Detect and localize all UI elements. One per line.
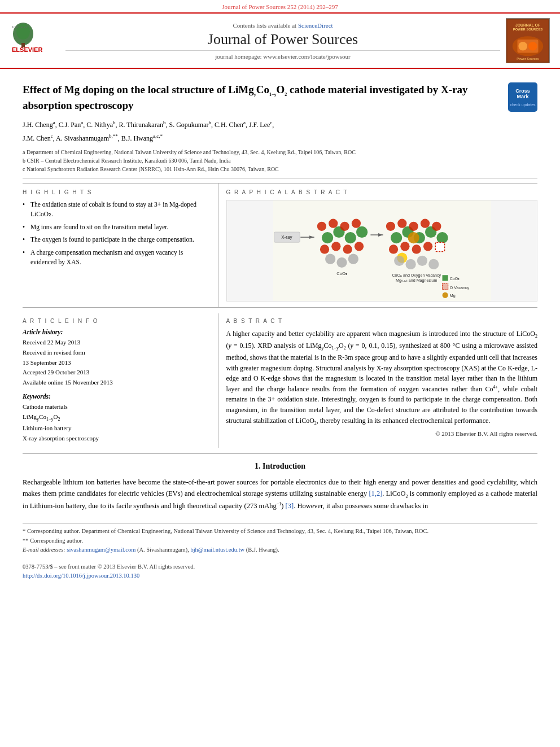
svg-point-24 [321, 232, 333, 243]
elsevier-logo: ELSEVIER Journal of [9, 23, 60, 59]
svg-rect-64 [442, 276, 448, 281]
svg-text:Mark: Mark [517, 94, 529, 99]
copyright-line: © 2013 Elsevier B.V. All rights reserved… [226, 430, 537, 437]
svg-point-46 [386, 222, 395, 231]
bottom-info-section: 0378-7753/$ – see front matter © 2013 El… [23, 562, 537, 580]
highlight-item-4: A charge compensation mechanism and oxyg… [23, 248, 211, 267]
affiliation-a: a Department of Chemical Engineering, Na… [23, 148, 537, 156]
svg-text:X-ray: X-ray [281, 235, 292, 241]
svg-text:Cross: Cross [515, 88, 530, 94]
svg-point-53 [412, 245, 421, 254]
svg-point-29 [329, 219, 338, 228]
svg-text:POWER SOURCES: POWER SOURCES [513, 28, 543, 31]
ref-3-link[interactable]: [3] [286, 502, 294, 510]
journal-title-header: Journal of Power Sources [65, 31, 500, 48]
journal-cover-image: JOURNAL OF POWER SOURCES Power Sources [506, 18, 551, 63]
keywords-list: Cathode materials LiMgyCo1−yO2 Lithium-i… [23, 402, 211, 443]
doi-link[interactable]: http://dx.doi.org/10.1016/j.jpowsour.201… [23, 573, 139, 579]
footnote-area: * Corresponding author. Department of Ch… [23, 523, 537, 554]
svg-point-37 [336, 257, 347, 268]
svg-point-60 [428, 259, 439, 269]
footnote-emails: E-mail addresses: sivashanmugam@ymail.co… [23, 545, 537, 554]
svg-point-55 [408, 232, 419, 243]
footnote-double-star: ** Corresponding author. [23, 536, 537, 545]
article-title: Effect of Mg doping on the local structu… [23, 82, 501, 112]
affiliations-section: a Department of Chemical Engineering, Na… [23, 148, 537, 178]
svg-point-59 [417, 256, 427, 266]
article-history-items: Received 22 May 2013 Received in revised… [23, 338, 211, 387]
email-2-link[interactable]: bjh@mail.ntust.edu.tw [190, 547, 244, 553]
affiliation-c: c National Synchrotron Radiation Researc… [23, 165, 537, 173]
article-info-label: A R T I C L E I N F O [23, 318, 211, 324]
abstract-text: A higher capacity and better cyclability… [226, 329, 537, 427]
paper-body: Effect of Mg doping on the local structu… [0, 69, 560, 592]
svg-point-26 [344, 232, 356, 243]
svg-point-50 [432, 222, 441, 231]
svg-text:CoO₂ and Oxygen Vacancy: CoO₂ and Oxygen Vacancy [392, 274, 441, 278]
svg-point-28 [317, 222, 326, 231]
svg-rect-66 [442, 284, 448, 290]
sciencedirect-link[interactable]: ScienceDirect [298, 22, 333, 29]
svg-rect-61 [435, 243, 444, 252]
svg-point-31 [351, 219, 360, 228]
svg-point-13 [528, 42, 537, 51]
svg-point-12 [518, 42, 527, 51]
svg-text:CoO₂: CoO₂ [449, 277, 460, 282]
svg-text:Power Sources: Power Sources [517, 57, 539, 60]
highlight-item-2: Mg ions are found to sit on the transiti… [23, 222, 211, 232]
svg-point-36 [325, 254, 335, 264]
svg-point-32 [320, 245, 329, 254]
introduction-text: Rechargeable lithium ion batteries have … [23, 477, 537, 512]
doi-link-container: http://dx.doi.org/10.1016/j.jpowsour.201… [23, 571, 537, 580]
contents-line: Contents lists available at ScienceDirec… [65, 22, 500, 29]
ref-1-2-link[interactable]: [1,2] [369, 490, 382, 497]
abstract-label: A B S T R A C T [226, 318, 537, 324]
header-center: Contents lists available at ScienceDirec… [65, 22, 500, 60]
highlights-list: The oxidation state of cobalt is found t… [23, 200, 211, 267]
svg-point-35 [354, 242, 363, 251]
svg-text:CoO₂: CoO₂ [336, 272, 347, 277]
keyword-3: Lithium-ion battery [23, 423, 211, 434]
accepted-date: Accepted 29 October 2013 [23, 368, 211, 378]
svg-point-57 [394, 256, 404, 266]
journal-reference-bar: Journal of Power Sources 252 (2014) 292–… [0, 0, 560, 12]
svg-point-41 [391, 232, 402, 243]
svg-point-30 [340, 222, 349, 231]
keyword-4: X-ray absorption spectroscopy [23, 434, 211, 444]
affiliation-b: b CSIR – Central Electrochemical Researc… [23, 156, 537, 165]
received-revised-date: 13 September 2013 [23, 358, 211, 368]
journal-ref-text: Journal of Power Sources 252 (2014) 292–… [222, 3, 338, 10]
available-date: Available online 15 November 2013 [23, 378, 211, 388]
svg-rect-3 [21, 43, 25, 47]
keyword-1: Cathode materials [23, 402, 211, 412]
svg-point-47 [397, 219, 406, 228]
svg-text:Mg₀.₁₅ and Magnesium: Mg₀.₁₅ and Magnesium [396, 279, 437, 283]
svg-text:Mg: Mg [449, 294, 455, 298]
graphical-abstract-image: X-ray [226, 200, 537, 302]
svg-point-51 [388, 245, 397, 254]
article-info-abstract-section: A R T I C L E I N F O Article history: R… [23, 313, 537, 448]
footnote-star: * Corresponding author. Department of Ch… [23, 527, 537, 536]
introduction-heading: 1. Introduction [23, 462, 537, 471]
svg-text:Journal of: Journal of [12, 25, 28, 29]
highlights-label: H I G H L I G H T S [23, 189, 211, 195]
svg-point-54 [423, 242, 432, 251]
svg-point-34 [343, 245, 352, 254]
abstract-column: A B S T R A C T A higher capacity and be… [218, 313, 537, 448]
svg-text:ELSEVIER: ELSEVIER [12, 46, 42, 53]
introduction-section: 1. Introduction Rechargeable lithium ion… [23, 462, 537, 512]
highlights-column: H I G H L I G H T S The oxidation state … [23, 184, 218, 307]
svg-point-52 [400, 242, 409, 251]
article-info-column: A R T I C L E I N F O Article history: R… [23, 313, 218, 448]
svg-point-45 [436, 232, 448, 243]
keyword-2: LiMgyCo1−yO2 [23, 412, 211, 423]
svg-text:O Vacancy: O Vacancy [449, 286, 469, 290]
svg-point-58 [405, 259, 415, 269]
svg-point-38 [348, 254, 358, 264]
crossmark-badge: Cross Mark check updates [508, 82, 537, 114]
issn-info: 0378-7753/$ – see front matter © 2013 El… [23, 562, 537, 571]
svg-point-49 [420, 219, 429, 228]
homepage-line: journal homepage: www.elsevier.com/locat… [65, 50, 500, 60]
email-1-link[interactable]: sivashanmugam@ymail.com [67, 547, 135, 553]
svg-point-48 [409, 222, 418, 231]
